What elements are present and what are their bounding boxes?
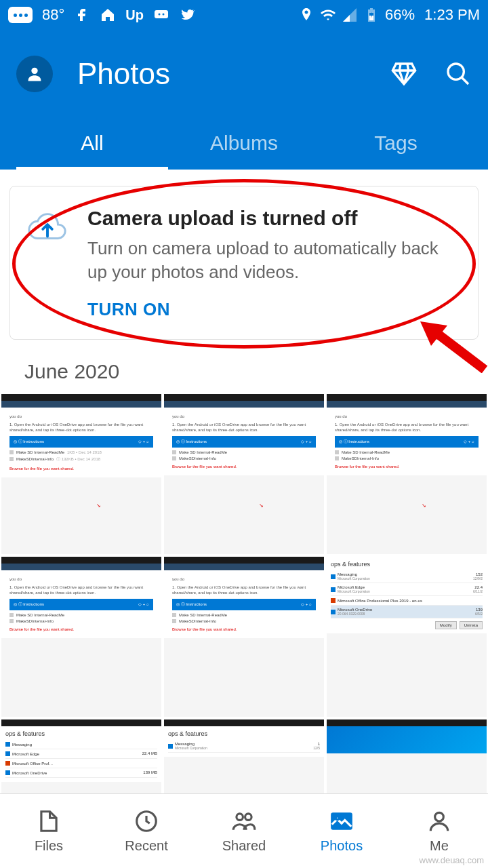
temperature: 88° [42, 6, 64, 24]
banner-body: Turn on camera upload to automatically b… [87, 237, 462, 284]
cloud-upload-icon [26, 210, 68, 245]
twitter-icon [179, 7, 195, 23]
location-icon [298, 7, 314, 23]
facebook-icon [74, 7, 90, 23]
clock-icon [134, 808, 159, 834]
nav-shared[interactable]: Shared [195, 794, 293, 868]
photo-thumbnail[interactable]: you do 1. Open the Android or iOS OneDri… [164, 557, 324, 717]
photo-thumbnail[interactable]: ops & features MessagingMicrosoft Corpor… [327, 557, 487, 717]
people-icon [231, 808, 257, 834]
tab-tags[interactable]: Tags [320, 132, 472, 170]
svg-point-6 [237, 814, 243, 821]
svg-point-1 [158, 14, 160, 16]
tab-albums[interactable]: Albums [168, 132, 320, 170]
profile-button[interactable] [16, 56, 53, 92]
nav-files[interactable]: Files [0, 794, 98, 868]
status-left: 88° Up [8, 6, 195, 24]
more-notifications-icon [8, 7, 33, 23]
battery-icon [363, 7, 380, 23]
clock-time: 1:23 PM [424, 6, 480, 24]
svg-point-9 [336, 816, 339, 820]
watermark: www.deuaq.com [420, 855, 484, 865]
svg-point-4 [448, 64, 464, 79]
nav-photos[interactable]: Photos [293, 794, 390, 868]
nav-photos-label: Photos [321, 838, 363, 854]
svg-point-10 [435, 812, 444, 821]
wifi-icon [320, 7, 336, 23]
nav-recent[interactable]: Recent [98, 794, 195, 868]
messenger-icon [153, 7, 169, 23]
files-icon [36, 808, 62, 834]
upwork-icon: Up [125, 7, 144, 23]
battery-percent: 66% [385, 6, 415, 24]
svg-point-2 [162, 14, 164, 16]
search-icon[interactable] [445, 60, 472, 87]
nav-recent-label: Recent [125, 838, 167, 854]
date-section-label: June 2020 [24, 360, 488, 383]
svg-point-7 [245, 814, 252, 821]
home-icon [100, 7, 116, 23]
turn-on-button[interactable]: TURN ON [87, 299, 462, 320]
person-icon [25, 64, 44, 83]
app-header: Photos All Albums Tags [0, 30, 488, 170]
svg-rect-0 [155, 10, 168, 18]
signal-icon [342, 7, 358, 23]
tabs: All Albums Tags [16, 132, 472, 170]
tab-all[interactable]: All [16, 132, 168, 170]
status-right: 66% 1:23 PM [298, 6, 480, 24]
photo-thumbnail[interactable]: you do 1. Open the Android or iOS OneDri… [1, 557, 161, 717]
svg-point-3 [31, 68, 37, 74]
bottom-nav: Files Recent Shared Photos Me [0, 793, 488, 868]
photo-thumbnail[interactable]: you do 1. Open the Android or iOS OneDri… [327, 394, 487, 554]
nav-shared-label: Shared [222, 838, 266, 854]
camera-upload-banner: Camera upload is turned off Turn on came… [9, 186, 479, 340]
banner-title: Camera upload is turned off [87, 207, 462, 230]
me-icon [426, 808, 452, 834]
diamond-icon[interactable] [390, 60, 418, 87]
photo-thumbnail[interactable]: you do 1. Open the Android or iOS OneDri… [164, 394, 324, 554]
nav-files-label: Files [35, 838, 63, 854]
photo-thumbnail[interactable]: you do 1. Open the Android or iOS OneDri… [1, 394, 161, 554]
nav-me-label: Me [430, 838, 449, 854]
page-title: Photos [77, 57, 366, 91]
photos-icon [329, 808, 354, 834]
status-bar: 88° Up 66% 1:23 PM [0, 0, 488, 30]
